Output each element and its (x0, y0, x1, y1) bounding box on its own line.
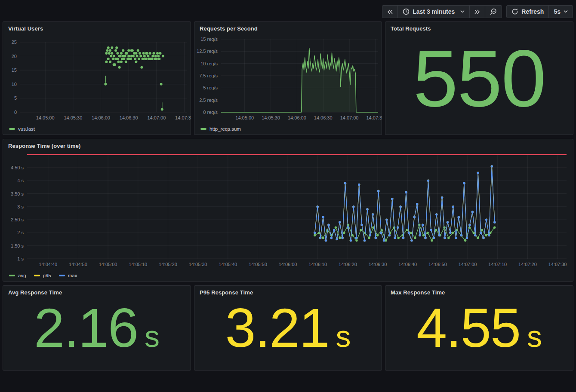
time-shift-forward-button[interactable] (469, 6, 485, 18)
stat-wrap: 3.21 s (194, 286, 382, 370)
svg-text:1 s: 1 s (17, 256, 24, 261)
svg-text:14:05:00: 14:05:00 (235, 115, 254, 120)
legend-item-p95[interactable]: p95 (34, 273, 51, 278)
time-range-picker-button[interactable]: Last 3 minutes (397, 6, 469, 18)
svg-text:14:06:00: 14:06:00 (288, 115, 306, 120)
svg-text:14:06:50: 14:06:50 (428, 262, 447, 267)
chart-grid: 1 s1.50 s2 s2.50 s3 s3.50 s4 s4.50 s14:0… (11, 154, 567, 267)
panel-max-response-time: Max Response Time 4.55 s (385, 285, 573, 371)
svg-text:14:06:00: 14:06:00 (92, 115, 110, 120)
svg-text:14:07:00: 14:07:00 (459, 262, 477, 267)
refresh-interval-label: 5s (554, 8, 561, 15)
legend-series-label: http_reqs.sum (209, 126, 241, 132)
response-time-chart[interactable]: 1 s1.50 s2 s2.50 s3 s3.50 s4 s4.50 s14:0… (3, 152, 573, 272)
legend-item-max[interactable]: max (59, 273, 77, 278)
requests-per-second-chart[interactable]: 0 req/s2.5 req/s5 req/s7.5 req/s10 req/s… (194, 35, 382, 123)
legend-item-vus.last[interactable]: vus.last (9, 126, 35, 132)
legend-series-color (9, 275, 15, 276)
sync-icon (511, 8, 518, 15)
legend-item-http_reqs.sum[interactable]: http_reqs.sum (200, 126, 241, 132)
panel-response-time: Response Time (over time) 1 s1.50 s2 s2.… (3, 139, 573, 282)
response-time-legend: avgp95max (9, 273, 77, 278)
legend-series-color (59, 275, 65, 276)
avg-response-value: 2.16 (34, 300, 138, 355)
svg-text:14:05:30: 14:05:30 (64, 115, 82, 120)
svg-text:2 s: 2 s (17, 230, 24, 235)
dashboard-toolbar: Last 3 minutes Refresh 5s (382, 5, 573, 18)
panel-p95-response-time: P95 Response Time 3.21 s (194, 285, 382, 371)
panel-total-requests: Total Requests 550 (385, 21, 573, 135)
refresh-label: Refresh (521, 8, 544, 15)
svg-text:14:07:00: 14:07:00 (147, 115, 166, 120)
svg-text:12.5 req/s: 12.5 req/s (197, 49, 218, 54)
total-requests-value: 550 (413, 38, 545, 119)
avg-response-unit: s (145, 322, 160, 352)
svg-text:14:05:10: 14:05:10 (129, 262, 147, 267)
max-response-unit: s (527, 322, 542, 352)
time-shift-back-button[interactable] (382, 6, 397, 18)
panel-title[interactable]: Virtual Users (8, 25, 43, 32)
svg-text:1.50 s: 1.50 s (11, 243, 24, 248)
legend-series-color (200, 128, 206, 130)
panel-avg-response-time: Avg Response Time 2.16 s (3, 285, 191, 371)
clock-icon (403, 8, 410, 15)
legend-item-avg[interactable]: avg (9, 273, 26, 278)
svg-text:14:06:20: 14:06:20 (339, 262, 357, 267)
stat-wrap: 4.55 s (385, 286, 573, 370)
vus-series (104, 46, 164, 110)
virtual-users-chart[interactable]: 051015202514:05:0014:05:3014:06:0014:06:… (3, 35, 191, 123)
svg-text:0: 0 (14, 110, 17, 115)
svg-text:14:06:30: 14:06:30 (369, 262, 387, 267)
virtual-users-legend: vus.last (9, 126, 35, 132)
legend-series-label: vus.last (18, 126, 35, 132)
svg-text:15: 15 (12, 67, 17, 73)
chevron-down-icon (460, 10, 465, 13)
time-controls-group: Last 3 minutes (382, 5, 502, 18)
svg-text:14:04:50: 14:04:50 (69, 262, 87, 267)
svg-text:14:04:40: 14:04:40 (39, 262, 57, 267)
svg-text:14:05:00: 14:05:00 (36, 115, 55, 120)
panel-requests-per-second: Requests per Second 0 req/s2.5 req/s5 re… (194, 21, 382, 135)
refresh-interval-button[interactable]: 5s (548, 6, 573, 18)
refresh-button[interactable]: Refresh (507, 6, 548, 18)
svg-text:7.5 req/s: 7.5 req/s (199, 73, 218, 78)
legend-series-color (34, 275, 40, 276)
requests-per-second-legend: http_reqs.sum (200, 126, 241, 132)
time-range-label: Last 3 minutes (413, 8, 455, 15)
stat-wrap: 550 (385, 22, 573, 135)
svg-text:14:05:30: 14:05:30 (262, 115, 280, 120)
svg-text:5 req/s: 5 req/s (203, 85, 218, 90)
chevrons-left-icon (387, 9, 393, 14)
svg-text:14:05:40: 14:05:40 (219, 262, 237, 267)
svg-text:10 req/s: 10 req/s (200, 61, 218, 66)
p95-response-value: 3.21 (225, 300, 329, 355)
svg-text:14:05:30: 14:05:30 (189, 262, 207, 267)
svg-text:14:06:30: 14:06:30 (314, 115, 333, 120)
chevrons-right-icon (474, 9, 480, 14)
zoom-out-button[interactable] (485, 6, 502, 18)
legend-series-label: max (68, 273, 77, 278)
svg-text:14:05:00: 14:05:00 (99, 262, 117, 267)
svg-text:14:07:30: 14:07:30 (548, 262, 567, 267)
svg-text:14:07:30: 14:07:30 (367, 115, 382, 120)
zoom-out-icon (490, 8, 497, 15)
svg-text:14:06:40: 14:06:40 (398, 262, 417, 267)
panel-title[interactable]: Response Time (over time) (8, 143, 80, 149)
svg-text:25: 25 (12, 40, 17, 45)
chart-grid: 051015202514:05:0014:05:3014:06:0014:06:… (12, 40, 191, 120)
svg-text:14:06:10: 14:06:10 (308, 262, 327, 267)
panel-title[interactable]: Requests per Second (200, 25, 258, 32)
svg-text:10: 10 (12, 82, 17, 87)
svg-text:14:07:20: 14:07:20 (518, 262, 537, 267)
svg-text:14:05:20: 14:05:20 (159, 262, 177, 267)
refresh-controls-group: Refresh 5s (506, 5, 573, 18)
svg-text:14:05:50: 14:05:50 (249, 262, 267, 267)
svg-text:15 req/s: 15 req/s (200, 37, 218, 42)
svg-text:5: 5 (14, 95, 17, 101)
svg-text:14:07:00: 14:07:00 (340, 115, 359, 120)
chevron-down-icon (564, 10, 568, 13)
svg-text:20: 20 (12, 54, 17, 59)
legend-series-label: avg (18, 273, 26, 278)
svg-text:14:07:30: 14:07:30 (175, 115, 191, 120)
p95-response-unit: s (336, 322, 351, 352)
